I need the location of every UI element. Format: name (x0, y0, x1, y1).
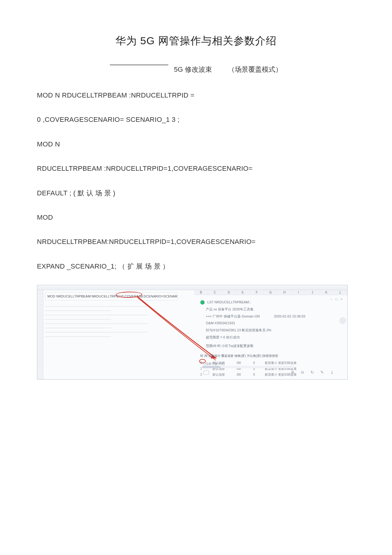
download-icon[interactable]: ⤓ (330, 369, 334, 376)
close-icon[interactable]: × (341, 296, 342, 302)
col-head: E (236, 290, 250, 295)
col-head: K (319, 290, 333, 295)
col-head: D (222, 290, 236, 295)
cell: 0 (253, 360, 258, 365)
edit-icon[interactable]: ✎ (320, 369, 324, 376)
col-head: I (292, 290, 306, 295)
col-head: G (264, 290, 278, 295)
paragraph: DEFAULT ; ( 默 认 场 景 ) (37, 187, 355, 199)
formula-bar[interactable]: MOD NRDUCELLTRPBEAM:NRDUCELLTRPID=0,COVE… (45, 293, 178, 300)
spreadsheet-column-headers: B C D E F G H I J K L (194, 290, 347, 295)
panel-footer: ⊕ ⊖ ↻ ✎ ⤓ (203, 369, 334, 376)
spreadsheet-toolbar (37, 285, 347, 290)
result-line: O&M #2853421931 (200, 320, 334, 326)
scrollbar-thumb[interactable] (202, 366, 221, 368)
paragraph: MOD N (37, 138, 355, 150)
col-head: C (208, 290, 222, 295)
col-head: J (306, 290, 319, 295)
result-line: 产品 xx 设备平台 2020年工具集 (200, 306, 334, 312)
document-subtitle: 5G 修改波束 （场景覆盖模式） (37, 65, 355, 74)
side-handle-icon (339, 317, 346, 324)
cell: /00 (237, 360, 246, 365)
maximize-icon[interactable]: □ (335, 296, 338, 302)
refresh-icon[interactable]: ↻ (310, 369, 314, 376)
result-line: 经与/#10730342361.23 帐后担筐服务员 3% (200, 327, 334, 333)
result-line: 范围#6 时:小区Trp波束配置参数 (200, 343, 334, 349)
document-title: 华为 5G 网管操作与相关参数介绍 (37, 34, 355, 48)
paragraph: RDUCELLTRPBEAM :NRDUCELLTRPID=1,COVERAGE… (37, 163, 355, 174)
result-timestamp: 2020-01-02 15:36:03 (274, 314, 305, 318)
col-head: H (278, 290, 292, 295)
cell: 配置最小 更新SSB波束 (265, 360, 297, 365)
result-line: +++ 广州中 保健平台器-Domain-ON (206, 314, 260, 318)
footer-box-icon[interactable] (203, 370, 209, 375)
zoom-in-icon[interactable]: ⊕ (291, 369, 294, 376)
spreadsheet-row-gutter (37, 290, 43, 379)
result-table-header: 时 间:近如探计 覆盖场景 倾角(度) 方位角(度) (加密类类型 (200, 353, 334, 358)
result-line: 超范围度 = 0 执行成功 (200, 334, 334, 340)
zoom-out-icon[interactable]: ⊖ (301, 369, 304, 376)
subtitle-left: 5G 修改波束 (174, 66, 212, 73)
col-head: B (194, 290, 208, 295)
col-head: F (250, 290, 264, 295)
spreadsheet-placeholder-rows (45, 302, 192, 341)
result-command: LST NRDUCELLTRPBEAM:; (207, 300, 251, 304)
paragraph: MOD N RDUCELLTRPBEAM :NRDUCELLTRPID = (37, 90, 355, 101)
paragraph: MOD (37, 212, 355, 223)
subtitle-underline (110, 65, 168, 65)
status-ok-icon (200, 300, 205, 305)
paragraph: NRDUCELLTRPBEAM:NRDUCELLTRPID=1,COVERAGE… (37, 236, 355, 247)
horizontal-scrollbar[interactable] (202, 366, 294, 368)
paragraph: 0 ,COVERAGESCENARIO= SCENARIO_1 3 ; (37, 114, 355, 125)
paragraph: EXPAND _SCENARIO_1; （ 扩 展 场 景 ） (37, 261, 355, 272)
col-head: L (334, 290, 347, 295)
embedded-screenshot: B C D E F G H I J K L MOD NRDUCELLTRPBEA… (37, 285, 348, 380)
document-body: MOD N RDUCELLTRPBEAM :NRDUCELLTRPID = 0 … (37, 90, 355, 380)
subtitle-right: （场景覆盖模式） (228, 66, 282, 73)
